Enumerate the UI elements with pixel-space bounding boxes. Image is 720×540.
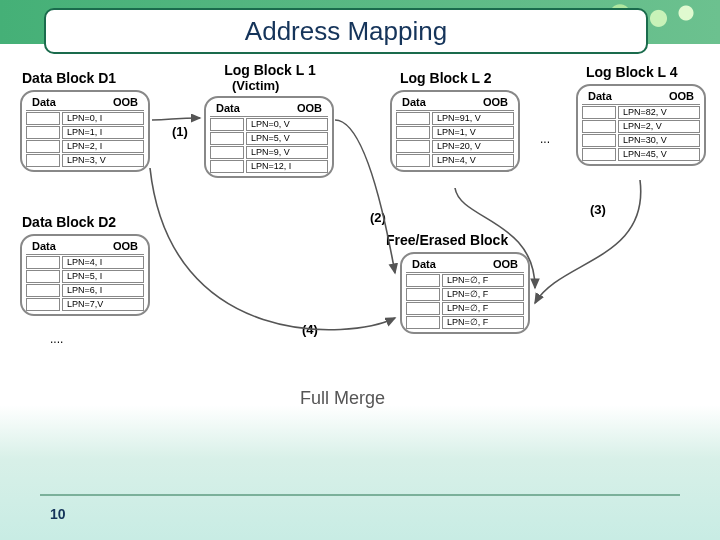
data-block-d1: DataOOB LPN=0, I LPN=1, I LPN=2, I LPN=3… xyxy=(20,90,150,172)
log-block-l4: DataOOB LPN=82, V LPN=2, V LPN=30, V LPN… xyxy=(576,84,706,166)
block-subtitle-l1: (Victim) xyxy=(232,78,279,93)
table-row: LPN=2, V xyxy=(582,120,700,133)
col-data: Data xyxy=(32,96,56,108)
table-row: LPN=5, V xyxy=(210,132,328,145)
table-row: LPN=0, I xyxy=(26,112,144,125)
col-oob: OOB xyxy=(113,240,138,252)
page-title: Address Mapping xyxy=(245,16,447,47)
log-block-l1: DataOOB LPN=0, V LPN=5, V LPN=9, V LPN=1… xyxy=(204,96,334,178)
table-row: LPN=4, V xyxy=(396,154,514,167)
page-number: 10 xyxy=(50,506,66,522)
col-oob: OOB xyxy=(113,96,138,108)
table-row: LPN=91, V xyxy=(396,112,514,125)
ellipsis-right: ... xyxy=(540,132,550,146)
table-row: LPN=20, V xyxy=(396,140,514,153)
diagram-area: Data Block D1 Log Block L 1 (Victim) Log… xyxy=(0,60,720,440)
table-row: LPN=∅, F xyxy=(406,288,524,301)
col-data: Data xyxy=(588,90,612,102)
table-row: LPN=30, V xyxy=(582,134,700,147)
table-row: LPN=∅, F xyxy=(406,274,524,287)
step-2-label: (2) xyxy=(370,210,386,225)
block-title-d2: Data Block D2 xyxy=(22,214,116,230)
col-data: Data xyxy=(216,102,240,114)
step-1-label: (1) xyxy=(172,124,188,139)
table-row: LPN=1, I xyxy=(26,126,144,139)
table-row: LPN=∅, F xyxy=(406,302,524,315)
table-row: LPN=0, V xyxy=(210,118,328,131)
col-oob: OOB xyxy=(297,102,322,114)
col-oob: OOB xyxy=(493,258,518,270)
block-title-l2: Log Block L 2 xyxy=(400,70,492,86)
col-data: Data xyxy=(412,258,436,270)
table-row: LPN=6, I xyxy=(26,284,144,297)
log-block-l2: DataOOB LPN=91, V LPN=1, V LPN=20, V LPN… xyxy=(390,90,520,172)
col-data: Data xyxy=(32,240,56,252)
table-row: LPN=7,V xyxy=(26,298,144,311)
ellipsis-d2: .... xyxy=(50,332,63,346)
free-erased-block: DataOOB LPN=∅, F LPN=∅, F LPN=∅, F LPN=∅… xyxy=(400,252,530,334)
block-title-d1: Data Block D1 xyxy=(22,70,116,86)
block-title-free: Free/Erased Block xyxy=(386,232,508,248)
data-block-d2: DataOOB LPN=4, I LPN=5, I LPN=6, I LPN=7… xyxy=(20,234,150,316)
table-row: LPN=∅, F xyxy=(406,316,524,329)
block-title-l4: Log Block L 4 xyxy=(586,64,678,80)
title-card: Address Mapping xyxy=(44,8,648,54)
table-row: LPN=1, V xyxy=(396,126,514,139)
table-row: LPN=82, V xyxy=(582,106,700,119)
caption-full-merge: Full Merge xyxy=(300,388,385,409)
step-4-label: (4) xyxy=(302,322,318,337)
col-data: Data xyxy=(402,96,426,108)
table-row: LPN=45, V xyxy=(582,148,700,161)
table-row: LPN=3, V xyxy=(26,154,144,167)
table-row: LPN=4, I xyxy=(26,256,144,269)
table-row: LPN=12, I xyxy=(210,160,328,173)
table-row: LPN=5, I xyxy=(26,270,144,283)
footer-divider xyxy=(40,494,680,496)
table-row: LPN=9, V xyxy=(210,146,328,159)
table-row: LPN=2, I xyxy=(26,140,144,153)
col-oob: OOB xyxy=(483,96,508,108)
col-oob: OOB xyxy=(669,90,694,102)
block-title-l1: Log Block L 1 xyxy=(210,62,330,78)
step-3-label: (3) xyxy=(590,202,606,217)
